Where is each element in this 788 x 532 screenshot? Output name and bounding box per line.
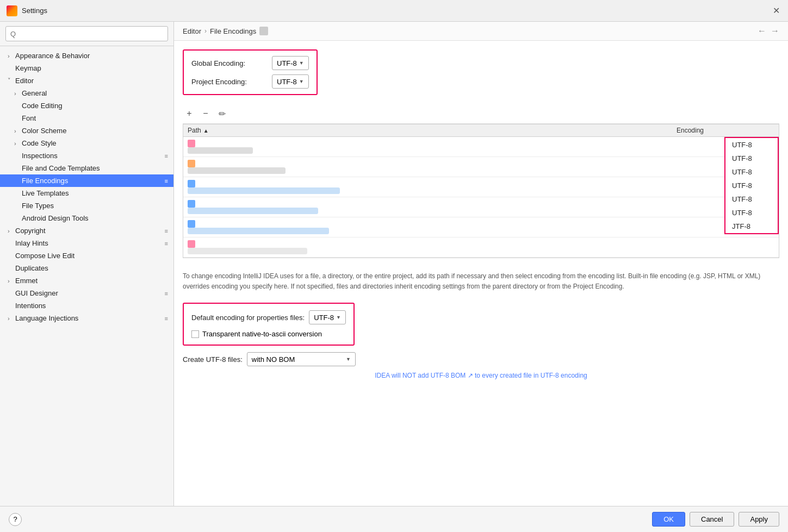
sidebar-item-label: Color Scheme — [22, 127, 168, 135]
col-encoding-header[interactable]: Encoding — [677, 127, 774, 134]
sidebar-item-general[interactable]: ›General — [0, 87, 173, 99]
create-utf8-dropdown[interactable]: with NO BOM ▼ — [247, 352, 356, 366]
global-encoding-arrow-icon: ▼ — [299, 60, 304, 66]
transparent-checkbox-wrap[interactable]: Transparent native-to-ascii conversion — [191, 330, 322, 338]
table-row[interactable] — [183, 137, 779, 157]
table-body: UTF-8 UTF-8 UTF-8 UTF-8 UTF-8 UTF-8 JTF-… — [183, 137, 779, 258]
sidebar-item-inlay-hints[interactable]: Inlay Hints≡ — [0, 237, 173, 249]
transparent-row: Transparent native-to-ascii conversion — [191, 330, 346, 338]
nav-forward-button[interactable]: → — [771, 26, 779, 36]
sidebar-item-android-design-tools[interactable]: Android Design Tools — [0, 212, 173, 224]
path-blur — [188, 248, 307, 254]
edit-button[interactable]: ✏ — [215, 107, 228, 120]
help-button[interactable]: ? — [9, 513, 22, 526]
apply-button[interactable]: Apply — [739, 512, 779, 527]
nav-back-button[interactable]: ← — [758, 26, 766, 36]
sidebar-item-live-templates[interactable]: Live Templates — [0, 187, 173, 199]
search-box — [0, 22, 173, 46]
project-encoding-row: Project Encoding: UTF-8 ▼ — [191, 74, 309, 89]
table-row[interactable] — [183, 157, 779, 177]
search-input[interactable] — [5, 26, 168, 41]
sidebar-item-file-encodings[interactable]: File Encodings≡ — [0, 174, 173, 187]
global-encoding-value: UTF-8 — [277, 59, 297, 67]
global-encoding-row: Global Encoding: UTF-8 ▼ — [191, 56, 309, 70]
folder-icon — [188, 240, 195, 248]
dropdown-item-6[interactable]: UTF-8 — [725, 206, 778, 220]
sidebar-item-label: Duplicates — [15, 264, 168, 272]
sidebar-item-label: Copyright — [15, 227, 163, 235]
window-title: Settings — [22, 7, 771, 15]
description-text: To change encoding IntelliJ IDEA uses fo… — [183, 267, 779, 296]
sidebar-item-label: Font — [22, 114, 168, 122]
table-header: Path ▲ Encoding — [183, 124, 779, 137]
sidebar-item-compose-live-edit[interactable]: Compose Live Edit — [0, 249, 173, 262]
dropdown-item-7[interactable]: JTF-8 — [725, 220, 778, 233]
path-cell — [188, 160, 677, 174]
table-row[interactable] — [183, 177, 779, 197]
breadcrumb-bar: Editor › File Encodings ← → — [174, 22, 788, 41]
sidebar-item-appearance[interactable]: ›Appearance & Behavior — [0, 49, 173, 62]
path-encoding-table: Path ▲ Encoding — [183, 124, 779, 258]
path-cell — [188, 200, 677, 214]
breadcrumb-parent: Editor — [183, 27, 201, 35]
cancel-button[interactable]: Cancel — [690, 512, 734, 527]
transparent-checkbox[interactable] — [191, 330, 199, 338]
sidebar-item-label: Appearance & Behavior — [15, 52, 168, 60]
path-blur — [188, 228, 329, 234]
sidebar-item-code-editing[interactable]: Code Editing — [0, 99, 173, 112]
title-bar: Settings ✕ — [0, 0, 788, 22]
expand-arrow-icon: › — [14, 90, 22, 97]
props-encoding-label: Default encoding for properties files: — [191, 314, 305, 322]
sidebar-item-label: Language Injections — [15, 314, 163, 322]
remove-button[interactable]: − — [199, 107, 212, 120]
sidebar-item-intentions[interactable]: Intentions — [0, 299, 173, 312]
sidebar-item-label: GUI Designer — [15, 289, 163, 297]
ok-button[interactable]: OK — [652, 512, 685, 527]
sidebar-item-gui-designer[interactable]: GUI Designer≡ — [0, 287, 173, 299]
global-encoding-dropdown[interactable]: UTF-8 ▼ — [272, 56, 309, 70]
dropdown-item-4[interactable]: UTF-8 — [725, 179, 778, 192]
add-button[interactable]: + — [183, 107, 196, 120]
sidebar-item-label: Emmet — [15, 277, 168, 285]
sidebar-item-color-scheme[interactable]: ›Color Scheme — [0, 124, 173, 137]
nav-badge: ≡ — [165, 240, 168, 247]
expand-arrow-icon: › — [8, 228, 15, 234]
table-row[interactable] — [183, 237, 779, 258]
dropdown-item-2[interactable]: UTF-8 — [725, 152, 778, 165]
table-row[interactable] — [183, 197, 779, 217]
sidebar-item-file-types[interactable]: File Types — [0, 199, 173, 212]
props-encoding-value: UTF-8 — [314, 314, 334, 322]
dropdown-item-1[interactable]: UTF-8 — [725, 138, 778, 152]
main-panel: Editor › File Encodings ← → Global Encod… — [174, 22, 788, 506]
sidebar-item-language-injections[interactable]: ›Language Injections≡ — [0, 312, 173, 324]
props-encoding-dropdown[interactable]: UTF-8 ▼ — [309, 310, 346, 324]
sidebar-item-font[interactable]: Font — [0, 112, 173, 124]
sidebar-item-copyright[interactable]: ›Copyright≡ — [0, 224, 173, 237]
sidebar-item-emmet[interactable]: ›Emmet — [0, 274, 173, 287]
expand-arrow-icon: › — [14, 128, 22, 134]
sidebar-item-editor[interactable]: ˅Editor — [0, 74, 173, 87]
breadcrumb-settings-icon[interactable] — [259, 27, 268, 35]
sidebar: ›Appearance & BehaviorKeymap˅Editor›Gene… — [0, 22, 174, 506]
sidebar-item-label: File Types — [22, 202, 168, 210]
encoding-box: Global Encoding: UTF-8 ▼ Project Encodin… — [183, 49, 318, 95]
sidebar-item-duplicates[interactable]: Duplicates — [0, 262, 173, 274]
file-icon — [188, 200, 195, 208]
props-encoding-row: Default encoding for properties files: U… — [191, 310, 346, 324]
project-encoding-dropdown[interactable]: UTF-8 ▼ — [272, 74, 309, 89]
path-cell — [188, 140, 677, 154]
dropdown-item-3[interactable]: UTF-8 — [725, 165, 778, 179]
sidebar-item-file-code-templates[interactable]: File and Code Templates — [0, 162, 173, 174]
nav-arrows: ← → — [758, 26, 779, 36]
path-cell — [188, 220, 677, 234]
close-button[interactable]: ✕ — [771, 5, 781, 16]
content-area: Global Encoding: UTF-8 ▼ Project Encodin… — [174, 41, 788, 506]
sidebar-item-inspections[interactable]: Inspections≡ — [0, 149, 173, 162]
sidebar-item-code-style[interactable]: ›Code Style — [0, 137, 173, 149]
table-toolbar: + − ✏ — [183, 104, 779, 124]
table-row[interactable] — [183, 217, 779, 237]
dropdown-item-5[interactable]: UTF-8 — [725, 192, 778, 206]
sidebar-item-keymap[interactable]: Keymap — [0, 62, 173, 74]
col-path-header[interactable]: Path ▲ — [188, 127, 677, 134]
folder-icon — [188, 140, 195, 147]
